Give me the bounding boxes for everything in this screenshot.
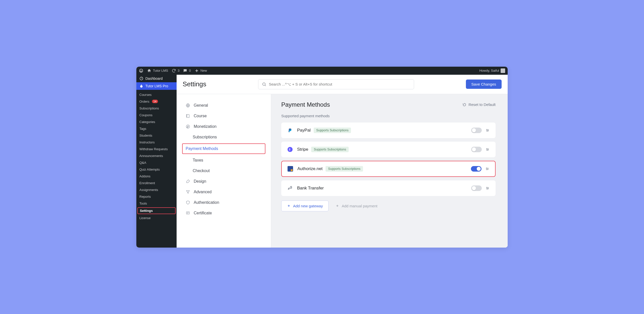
add-manual-payment-link[interactable]: Add manual payment bbox=[336, 204, 377, 208]
method-name: Stripe bbox=[297, 147, 308, 152]
sidebar-item-categories[interactable]: Categories bbox=[136, 119, 177, 125]
sidebar-item-label: License bbox=[139, 216, 151, 220]
paypal-icon bbox=[287, 127, 293, 133]
svg-point-22 bbox=[487, 189, 488, 189]
badge: 14 bbox=[152, 100, 158, 103]
sidebar-item-students[interactable]: Students bbox=[136, 132, 177, 139]
configure-icon[interactable] bbox=[485, 186, 490, 190]
sidebar-item-label: Addons bbox=[139, 174, 150, 178]
nav-item-taxes[interactable]: Taxes bbox=[186, 155, 262, 166]
site-home-link[interactable]: Tutor LMS bbox=[147, 68, 168, 73]
sidebar-item-label: Q&A bbox=[139, 161, 146, 165]
sidebar-item-label: Tags bbox=[139, 127, 146, 131]
bank-icon bbox=[287, 185, 293, 191]
comments-link[interactable]: 0 bbox=[183, 68, 191, 73]
nav-item-payment-methods[interactable]: Payment Methods bbox=[182, 143, 265, 154]
sidebar-item-tutor-lms-pro[interactable]: Tutor LMS Pro bbox=[136, 82, 177, 90]
payment-method-bank-transfer: Bank Transfer bbox=[281, 180, 496, 196]
toggle-authorize-net[interactable] bbox=[471, 166, 481, 172]
nav-item-label: Taxes bbox=[193, 158, 203, 163]
payment-method-authorize-net: Authorize.netSupports Subscriptions bbox=[281, 161, 496, 177]
nav-item-general[interactable]: General bbox=[186, 100, 262, 111]
save-changes-button[interactable]: Save Changes bbox=[466, 80, 502, 89]
svg-point-13 bbox=[488, 149, 489, 150]
svg-point-20 bbox=[487, 187, 487, 188]
svg-rect-3 bbox=[141, 85, 142, 85]
wp-logo[interactable] bbox=[139, 68, 143, 73]
new-link[interactable]: New bbox=[194, 68, 207, 73]
sidebar-item-label: Settings bbox=[140, 209, 153, 213]
updates-link[interactable]: 3 bbox=[172, 68, 179, 73]
nav-item-label: Checkout bbox=[193, 169, 210, 173]
nav-item-subscriptions[interactable]: Subscriptions bbox=[186, 132, 262, 142]
user-menu[interactable]: Howdy, Saiful bbox=[479, 68, 505, 73]
toggle-paypal[interactable] bbox=[471, 128, 482, 133]
svg-point-17 bbox=[486, 168, 487, 168]
new-label: New bbox=[200, 69, 207, 72]
nav-item-advanced[interactable]: Advanced bbox=[186, 187, 262, 197]
sidebar-item-label: Tools bbox=[139, 202, 147, 205]
sidebar-item-tags[interactable]: Tags bbox=[136, 125, 177, 132]
nav-item-design[interactable]: Design bbox=[186, 176, 262, 187]
sidebar-item-label: Assignments bbox=[139, 188, 158, 192]
shield-icon bbox=[186, 200, 190, 205]
admin-bar: Tutor LMS 3 0 New Howdy, Saiful bbox=[136, 67, 508, 75]
sidebar-item-enrollment[interactable]: Enrollment bbox=[136, 180, 177, 186]
nav-item-course[interactable]: Course bbox=[186, 111, 262, 121]
reset-to-default-link[interactable]: Reset to Default bbox=[462, 102, 496, 107]
plus-icon bbox=[336, 204, 339, 208]
sidebar-item-addons[interactable]: Addons bbox=[136, 173, 177, 180]
sidebar-item-withdraw-requests[interactable]: Withdraw Requests bbox=[136, 146, 177, 152]
nav-item-label: Authentication bbox=[194, 200, 219, 205]
sidebar-item-license[interactable]: License bbox=[136, 215, 177, 221]
method-name: Authorize.net bbox=[297, 166, 323, 171]
svg-point-21 bbox=[488, 188, 489, 188]
sidebar-item-label: Orders bbox=[139, 100, 149, 103]
sidebar-item-dashboard[interactable]: Dashboard bbox=[136, 75, 177, 82]
search-box[interactable] bbox=[258, 79, 414, 89]
svg-point-14 bbox=[487, 150, 488, 151]
search-icon bbox=[262, 82, 266, 87]
authorize-icon bbox=[287, 166, 293, 172]
sidebar-item-subscriptions[interactable]: Subscriptions bbox=[136, 105, 177, 112]
settings-header: Settings Save Changes bbox=[177, 75, 508, 94]
sidebar-item-instructors[interactable]: Instructors bbox=[136, 139, 177, 146]
configure-icon[interactable] bbox=[485, 167, 490, 171]
toggle-bank-transfer[interactable] bbox=[471, 185, 482, 191]
sidebar-item-reports[interactable]: Reports bbox=[136, 193, 177, 200]
nav-item-checkout[interactable]: Checkout bbox=[186, 166, 262, 176]
nav-item-certificate[interactable]: Certificate bbox=[186, 208, 262, 218]
configure-icon[interactable] bbox=[485, 147, 490, 152]
add-gateway-label: Add new gateway bbox=[293, 204, 323, 208]
methods-list: PayPalSupports SubscriptionsStripeSuppor… bbox=[281, 123, 496, 196]
svg-point-2 bbox=[140, 85, 142, 87]
sidebar-item-courses[interactable]: Courses bbox=[136, 91, 177, 98]
sidebar-item-coupons[interactable]: Coupons bbox=[136, 112, 177, 119]
svg-point-10 bbox=[487, 131, 488, 132]
comments-count: 0 bbox=[189, 69, 191, 72]
sidebar-item-quiz-attempts[interactable]: Quiz Attempts bbox=[136, 166, 177, 173]
sidebar-item-orders[interactable]: Orders14 bbox=[136, 98, 177, 105]
sidebar-item-q-a[interactable]: Q&A bbox=[136, 159, 177, 166]
sidebar-item-tools[interactable]: Tools bbox=[136, 200, 177, 207]
sidebar-item-label: Courses bbox=[139, 93, 151, 97]
reset-icon bbox=[462, 103, 466, 107]
nav-item-monetization[interactable]: Monetization bbox=[186, 121, 262, 132]
toggle-stripe[interactable] bbox=[471, 147, 482, 152]
sidebar-item-label: Reports bbox=[139, 195, 151, 199]
brush-icon bbox=[186, 179, 190, 184]
avatar-icon bbox=[501, 68, 505, 73]
stripe-icon bbox=[287, 146, 293, 152]
wp-submenu: CoursesOrders14SubscriptionsCouponsCateg… bbox=[136, 90, 177, 223]
nav-item-authentication[interactable]: Authentication bbox=[186, 197, 262, 208]
sidebar-item-assignments[interactable]: Assignments bbox=[136, 186, 177, 193]
add-new-gateway-button[interactable]: Add new gateway bbox=[281, 201, 329, 211]
app-window: Tutor LMS 3 0 New Howdy, Saiful bbox=[136, 67, 508, 248]
search-input[interactable] bbox=[269, 82, 410, 86]
svg-point-12 bbox=[487, 148, 487, 149]
nav-item-label: Certificate bbox=[194, 211, 212, 215]
dashboard-label: Dashboard bbox=[145, 76, 163, 81]
sidebar-item-settings[interactable]: Settings bbox=[137, 207, 176, 214]
configure-icon[interactable] bbox=[485, 128, 490, 133]
sidebar-item-announcements[interactable]: Announcements bbox=[136, 152, 177, 159]
